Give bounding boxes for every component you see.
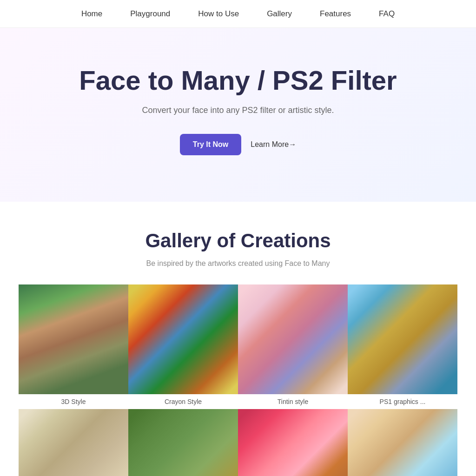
nav-features[interactable]: Features [320, 9, 351, 19]
nav-playground[interactable]: Playground [130, 9, 170, 19]
gallery-placeholder-nature [128, 409, 238, 476]
gallery-item-anime[interactable] [238, 409, 348, 476]
gallery-image-crayon [128, 284, 238, 394]
gallery-placeholder-tintin [238, 284, 348, 394]
nav-gallery[interactable]: Gallery [267, 9, 292, 19]
gallery-placeholder-3d [19, 284, 128, 394]
gallery-image-ps1 [348, 284, 457, 394]
gallery-item-ps1[interactable]: PS1 graphics ... [348, 284, 457, 409]
gallery-caption-crayon: Crayon Style [163, 394, 204, 409]
gallery-row-2 [19, 409, 457, 476]
gallery-item-nature[interactable] [128, 409, 238, 476]
gallery-row-1: 3D Style Crayon Style Tintin style PS1 g… [19, 284, 457, 409]
hero-section: Face to Many / PS2 Filter Convert your f… [0, 28, 476, 202]
gallery-placeholder-anime [238, 409, 348, 476]
learn-more-link[interactable]: Learn More→ [251, 140, 296, 149]
gallery-subtitle: Be inspired by the artworks created usin… [19, 259, 457, 268]
main-nav: Home Playground How to Use Gallery Featu… [0, 0, 476, 28]
gallery-image-tintin [238, 284, 348, 394]
gallery-image-sketch [19, 409, 128, 476]
hero-buttons: Try It Now Learn More→ [19, 134, 457, 155]
gallery-placeholder-sketch [19, 409, 128, 476]
nav-how-to-use[interactable]: How to Use [198, 9, 239, 19]
gallery-item-3d[interactable]: 3D Style [19, 284, 128, 409]
gallery-image-anime [238, 409, 348, 476]
try-it-now-button[interactable]: Try It Now [180, 134, 241, 155]
gallery-placeholder-crayon [128, 284, 238, 394]
gallery-image-3d [19, 284, 128, 394]
gallery-item-sketch[interactable] [19, 409, 128, 476]
nav-home[interactable]: Home [81, 9, 102, 19]
gallery-caption-3d: 3D Style [60, 394, 88, 409]
nav-faq[interactable]: FAQ [379, 9, 395, 19]
hero-title: Face to Many / PS2 Filter [19, 65, 457, 96]
gallery-heading: Gallery of Creations [19, 230, 457, 252]
gallery-caption-ps1: PS1 graphics ... [378, 394, 428, 409]
gallery-image-nature [128, 409, 238, 476]
gallery-item-crayon[interactable]: Crayon Style [128, 284, 238, 409]
gallery-image-painting [348, 409, 457, 476]
hero-subtitle: Convert your face into any PS2 filter or… [19, 106, 457, 115]
gallery-section: Gallery of Creations Be inspired by the … [0, 202, 476, 476]
gallery-item-painting[interactable] [348, 409, 457, 476]
gallery-placeholder-painting [348, 409, 457, 476]
gallery-caption-tintin: Tintin style [276, 394, 310, 409]
gallery-placeholder-ps1 [348, 284, 457, 394]
gallery-item-tintin[interactable]: Tintin style [238, 284, 348, 409]
